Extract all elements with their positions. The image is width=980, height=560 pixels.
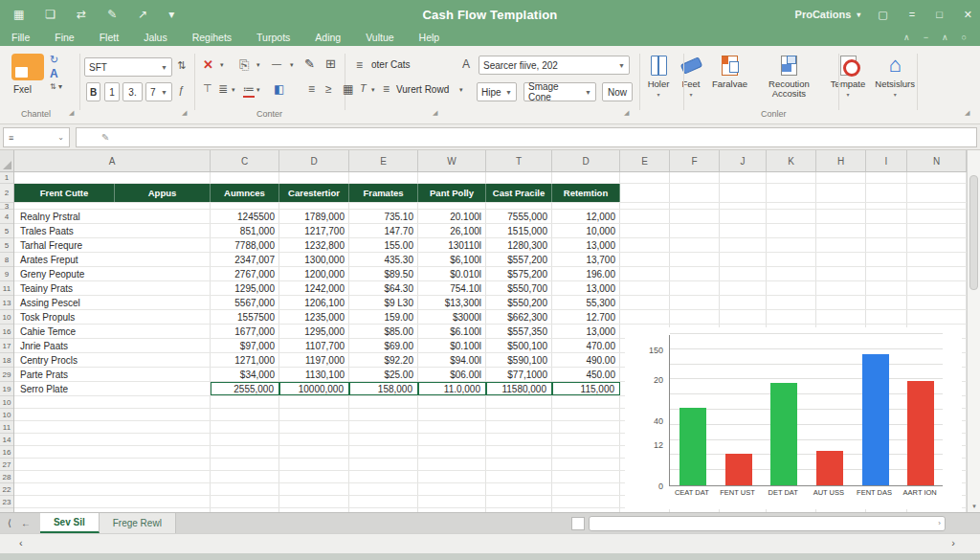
bold-button[interactable]: B (86, 82, 100, 101)
horizontal-split-handle[interactable] (571, 517, 585, 530)
column-header-e-3[interactable]: E (349, 150, 418, 171)
line-spacing-icon[interactable]: ≣ (218, 82, 228, 96)
chart-bar-3[interactable] (770, 383, 797, 485)
maximize-icon[interactable]: □ (936, 9, 943, 21)
row-label-cell[interactable]: Tosk Propuls (14, 310, 211, 324)
chart-bar-6[interactable] (907, 381, 934, 485)
total-value-cell[interactable]: 11.0,000 (418, 382, 486, 395)
chevron-down-icon[interactable]: ▾ (459, 86, 463, 94)
value-cell[interactable]: 1107,700 (279, 339, 349, 352)
column-header-w-4[interactable]: W (418, 150, 486, 171)
value-cell[interactable]: $557,350 (486, 325, 552, 338)
font-letter-icon[interactable]: A (462, 57, 470, 71)
value-cell[interactable]: 490.00 (552, 353, 620, 367)
scroll-down-icon[interactable]: ▾ (968, 503, 980, 510)
column-header-t-5[interactable]: T (486, 150, 552, 171)
ribbon-button-tempate[interactable]: Tempate▾ (831, 54, 865, 100)
bar-chart[interactable]: 0124020150 CEAT DATFENT USTDET DATAUT US… (625, 327, 962, 509)
value-cell[interactable]: $550,700 (486, 281, 552, 295)
value-cell[interactable]: 13,000 (552, 238, 620, 252)
row-header-2[interactable]: 2 (0, 184, 13, 203)
menu-item-vultue[interactable]: Vultue (366, 32, 393, 43)
column-header-i-12[interactable]: I (866, 150, 907, 171)
table-row[interactable]: Arates Freput2347,0071300,000435.30$6,10… (14, 253, 967, 267)
value-cell[interactable]: 450.00 (552, 368, 620, 381)
column-header-n-13[interactable]: N (907, 150, 967, 171)
menu-item-jalus[interactable]: Jalus (144, 32, 167, 43)
row-header-18[interactable]: 18 (0, 353, 13, 368)
select-all-corner[interactable] (0, 150, 14, 171)
value-cell[interactable]: $77,1000 (486, 368, 552, 381)
value-cell[interactable]: 1280,300 (486, 238, 552, 252)
value-cell[interactable]: $92.20 (349, 353, 418, 367)
stamp-icon[interactable]: ⎘ (239, 57, 249, 73)
table-row[interactable]: Tarhal Frequre7788,0001232,800155.001301… (14, 238, 967, 253)
column-header-h-11[interactable]: H (816, 150, 866, 171)
spreadsheet-grid[interactable]: Frent CutteAppusAumncesCarestertiorFrama… (14, 172, 967, 512)
value-cell[interactable]: $25.00 (349, 368, 418, 381)
value-cell[interactable]: 735.10 (349, 210, 418, 223)
ribbon-button-recoution-accosits[interactable]: Recoution Accosits (757, 54, 821, 100)
value-cell[interactable]: 1677,000 (211, 325, 279, 338)
row-header-11[interactable]: 11 (0, 421, 13, 434)
value-cell[interactable]: $0.010l (418, 267, 486, 280)
minimize-icon[interactable]: = (909, 9, 915, 21)
value-cell[interactable]: 2347,007 (211, 253, 279, 266)
value-cell[interactable]: 1300,000 (279, 253, 349, 266)
font-color-icon[interactable]: A (50, 67, 58, 80)
value-cell[interactable]: 1295,000 (211, 281, 279, 295)
hipe-select[interactable]: Hipe▼ (477, 82, 517, 101)
value-cell[interactable]: $500,100 (486, 339, 552, 352)
table-row[interactable]: Trales Paats851,0001217,700147.7026,100l… (14, 224, 967, 238)
row-header-8[interactable]: 8 (0, 253, 13, 267)
sheet-tab-frege-rewl[interactable]: Frege Rewl (100, 513, 176, 533)
smage-cone-select[interactable]: Smage Cone▼ (523, 82, 596, 101)
row-header-29[interactable]: 29 (0, 368, 13, 382)
pencil-icon[interactable]: ✎ (304, 56, 315, 71)
chevron-down-icon[interactable]: ▾ (371, 86, 375, 94)
value-cell[interactable]: $13,300l (418, 296, 486, 309)
value-cell[interactable]: 435.30 (349, 253, 418, 266)
value-cell[interactable]: 1271,000 (211, 353, 279, 367)
value-cell[interactable]: 10,000 (552, 224, 620, 237)
total-value-cell[interactable]: 10000,000 (279, 382, 349, 395)
chevron-down-icon[interactable]: ▾ (290, 61, 294, 69)
sort-small-icon[interactable]: ⇅ ▾ (50, 82, 62, 91)
row-label-cell[interactable]: Assing Pescel (14, 296, 211, 309)
value-cell[interactable]: $662,300 (486, 310, 552, 324)
menubar-glyph-icon[interactable]: ∧ (903, 33, 910, 42)
status-left-icon[interactable]: ‹ (19, 537, 23, 549)
column-header-k-10[interactable]: K (767, 150, 816, 171)
ribbon-button-netsislurs[interactable]: ⌂Netsislurs▾ (875, 54, 915, 100)
row-header-16[interactable]: 16 (0, 325, 13, 339)
row-header-27[interactable]: 27 (0, 459, 13, 471)
row-header-1[interactable]: 1 (0, 172, 13, 184)
value-cell[interactable]: 1789,000 (279, 210, 349, 223)
value-cell[interactable]: $590,100 (486, 353, 552, 367)
restore-icon[interactable]: ▢ (878, 9, 887, 21)
column-header-j-9[interactable]: J (720, 150, 767, 171)
value-cell[interactable]: $89.50 (349, 267, 418, 280)
size-box-1[interactable]: 1 (104, 82, 120, 101)
value-cell[interactable]: $0.100l (418, 339, 486, 352)
value-cell[interactable]: 7788,000 (211, 238, 279, 252)
status-right-icon[interactable]: › (951, 537, 955, 549)
ribbon-button-faralvae[interactable]: Faralvae (712, 54, 747, 100)
value-cell[interactable]: 26,100l (418, 224, 486, 237)
menubar-glyph-icon[interactable]: ○ (962, 33, 967, 42)
value-cell[interactable]: 13,700 (552, 253, 620, 266)
value-cell[interactable]: 7555,000 (486, 210, 552, 223)
value-cell[interactable]: 1130,100 (279, 368, 349, 381)
value-cell[interactable]: 851,000 (211, 224, 279, 237)
row-label-cell[interactable]: Parte Prats (14, 368, 211, 381)
value-cell[interactable]: $64.30 (349, 281, 418, 295)
column-header-d-6[interactable]: D (552, 150, 620, 171)
chevron-down-icon[interactable]: ▾ (232, 86, 235, 94)
value-cell[interactable]: 1206,100 (279, 296, 349, 309)
ribbon-button-holer[interactable]: Holer▾ (647, 54, 670, 100)
hscroll-arrow-icon[interactable]: › (938, 519, 941, 527)
value-cell[interactable]: 1232,800 (279, 238, 349, 252)
total-value-cell[interactable]: 2555,000 (211, 382, 279, 395)
value-cell[interactable]: 1197,000 (279, 353, 349, 367)
row-header-11[interactable]: 11 (0, 281, 13, 296)
